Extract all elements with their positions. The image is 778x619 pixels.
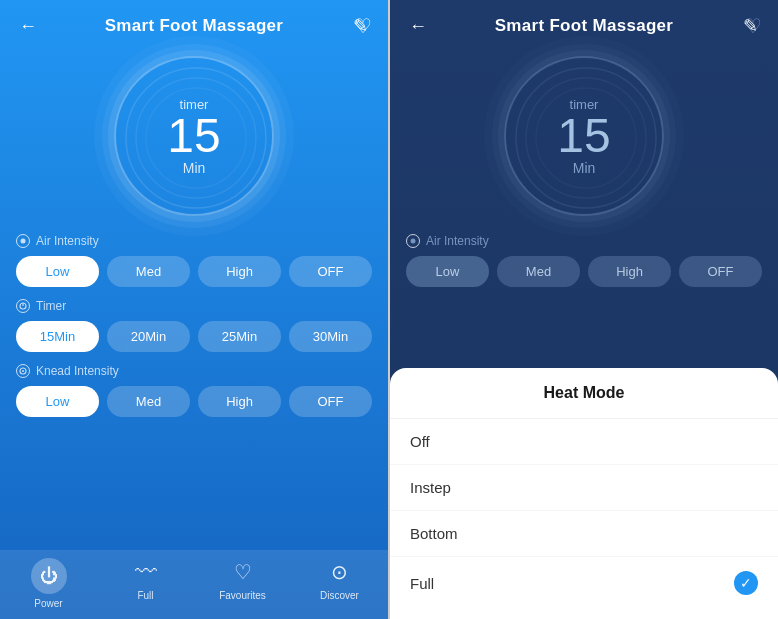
heat-mode-overlay: Heat Mode Off Instep Bottom Full ✓ [390, 368, 778, 619]
air-off-btn-left[interactable]: OFF [289, 256, 372, 287]
heat-mode-bottom-label: Bottom [410, 525, 458, 542]
air-icon-left [16, 234, 30, 248]
knead-low-btn-left[interactable]: Low [16, 386, 99, 417]
back-button-right[interactable]: ← [406, 14, 430, 38]
back-button-left[interactable]: ← [16, 14, 40, 38]
knead-label-left: Knead Intensity [0, 360, 388, 382]
full-icon-left: 〰 [132, 558, 160, 586]
timer-30-btn-left[interactable]: 30Min [289, 321, 372, 352]
knead-buttons-left: Low Med High OFF [0, 382, 388, 425]
heat-mode-off-label: Off [410, 433, 430, 450]
favourite-icon-right[interactable]: ♡ [744, 14, 762, 38]
heat-mode-full-label: Full [410, 575, 434, 592]
svg-point-0 [126, 68, 266, 208]
air-med-btn-right[interactable]: Med [497, 256, 580, 287]
right-header: ← Smart Foot Massager ✎ [390, 0, 778, 46]
timer-25-btn-left[interactable]: 25Min [198, 321, 281, 352]
timer-buttons-left: 15Min 20Min 25Min 30Min [0, 317, 388, 360]
nav-favourites-left[interactable]: ♡ Favourites [194, 558, 291, 609]
nav-full-left[interactable]: 〰 Full [97, 558, 194, 609]
nav-full-label-left: Full [137, 590, 153, 601]
air-intensity-label-left: Air Intensity [0, 230, 388, 252]
power-icon-left: ⏻ [31, 558, 67, 594]
timer-circle-right: timer 15 Min [504, 56, 664, 216]
timer-display-right: timer 15 Min [390, 46, 778, 230]
air-off-btn-right[interactable]: OFF [679, 256, 762, 287]
bottom-nav-left: ⏻ Power 〰 Full ♡ Favourites ⊙ Discover [0, 550, 388, 619]
timer-circle-left: timer 15 Min [114, 56, 274, 216]
air-low-btn-left[interactable]: Low [16, 256, 99, 287]
knead-icon-left [16, 364, 30, 378]
favourite-icon-left[interactable]: ♡ [354, 14, 372, 38]
nav-power-label-left: Power [34, 598, 62, 609]
air-intensity-buttons-right: Low Med High OFF [390, 252, 778, 295]
right-panel: ← Smart Foot Massager ✎ ♡ timer 15 Min A… [390, 0, 778, 619]
knead-off-btn-left[interactable]: OFF [289, 386, 372, 417]
svg-point-11 [411, 239, 416, 244]
nav-favourites-label-left: Favourites [219, 590, 266, 601]
air-med-btn-left[interactable]: Med [107, 256, 190, 287]
air-high-btn-right[interactable]: High [588, 256, 671, 287]
air-intensity-buttons-left: Low Med High OFF [0, 252, 388, 295]
left-panel: ← Smart Foot Massager ✎ ♡ timer 15 Min A… [0, 0, 388, 619]
knead-med-btn-left[interactable]: Med [107, 386, 190, 417]
svg-point-9 [526, 78, 646, 198]
air-icon-right [406, 234, 420, 248]
knead-high-btn-left[interactable]: High [198, 386, 281, 417]
timer-icon-left [16, 299, 30, 313]
heat-mode-check-icon: ✓ [734, 571, 758, 595]
left-header: ← Smart Foot Massager ✎ [0, 0, 388, 46]
left-title: Smart Foot Massager [105, 16, 284, 36]
favourites-icon-left: ♡ [229, 558, 257, 586]
svg-point-2 [146, 88, 246, 188]
air-high-btn-left[interactable]: High [198, 256, 281, 287]
heat-mode-instep[interactable]: Instep [390, 465, 778, 511]
timer-15-btn-left[interactable]: 15Min [16, 321, 99, 352]
svg-point-1 [136, 78, 256, 198]
svg-point-3 [21, 239, 26, 244]
nav-discover-label-left: Discover [320, 590, 359, 601]
svg-point-8 [516, 68, 656, 208]
nav-power-left[interactable]: ⏻ Power [0, 558, 97, 609]
discover-icon-left: ⊙ [326, 558, 354, 586]
heat-mode-off[interactable]: Off [390, 419, 778, 465]
heat-mode-bottom[interactable]: Bottom [390, 511, 778, 557]
air-low-btn-right[interactable]: Low [406, 256, 489, 287]
nav-discover-left[interactable]: ⊙ Discover [291, 558, 388, 609]
svg-point-7 [22, 370, 24, 372]
air-intensity-label-right: Air Intensity [390, 230, 778, 252]
heat-mode-instep-label: Instep [410, 479, 451, 496]
timer-section-label-left: Timer [0, 295, 388, 317]
heat-mode-title: Heat Mode [390, 368, 778, 419]
svg-point-10 [536, 88, 636, 188]
timer-display-left: timer 15 Min [0, 46, 388, 230]
right-title: Smart Foot Massager [495, 16, 674, 36]
timer-20-btn-left[interactable]: 20Min [107, 321, 190, 352]
heat-mode-full[interactable]: Full ✓ [390, 557, 778, 609]
